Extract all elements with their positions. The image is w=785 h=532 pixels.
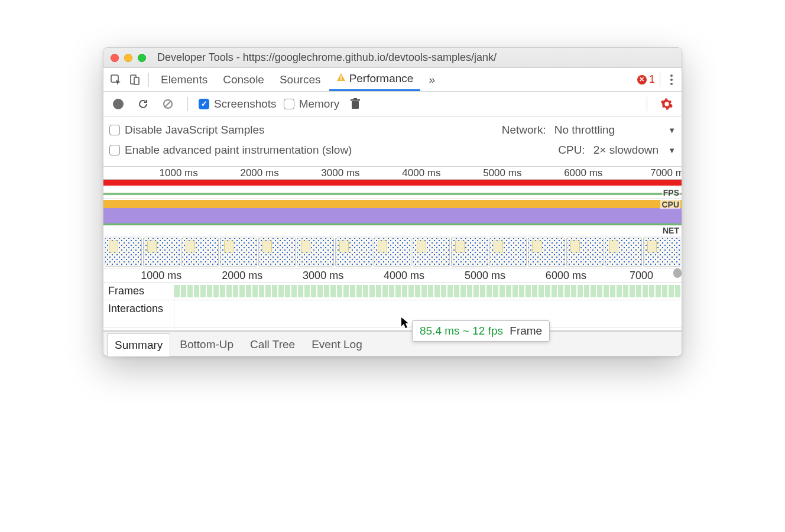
tooltip-label: Frame [510, 325, 542, 337]
flamechart-time-ruler[interactable]: 1000 ms 2000 ms 3000 ms 4000 ms 5000 ms … [103, 268, 682, 283]
tick-label: 3000 ms [303, 270, 343, 282]
minimize-window-button[interactable] [124, 54, 132, 62]
details-tabs: Summary Bottom-Up Call Tree Event Log [103, 331, 682, 356]
frames-track[interactable]: Frames [103, 283, 682, 300]
filmstrip-thumbnail[interactable] [258, 238, 296, 267]
frame-tooltip: 85.4 ms ~ 12 fps Frame [412, 320, 550, 342]
tab-performance[interactable]: Performance [329, 68, 421, 91]
close-window-button[interactable] [111, 54, 119, 62]
capture-settings: Disable JavaScript Samples Network: No t… [103, 116, 682, 167]
toggle-device-icon[interactable] [126, 71, 144, 89]
cpu-lane: CPU [103, 199, 682, 226]
tab-elements[interactable]: Elements [154, 68, 215, 91]
filmstrip-thumbnail[interactable] [528, 238, 565, 267]
checkbox-icon [109, 145, 120, 155]
filmstrip-thumbnail[interactable] [413, 238, 450, 267]
tab-label: Performance [349, 72, 414, 85]
inspect-element-icon[interactable] [107, 71, 125, 89]
track-label: Frames [103, 283, 174, 300]
fps-lane: FPS [103, 180, 682, 199]
tick-label: 5000 ms [483, 167, 521, 179]
settings-gear-icon[interactable] [658, 95, 676, 113]
tab-label: Console [223, 73, 264, 86]
filmstrip-thumbnail[interactable] [643, 238, 680, 267]
filmstrip-thumbnail[interactable] [566, 238, 604, 267]
tab-summary[interactable]: Summary [107, 333, 170, 356]
frames-bars [174, 285, 682, 297]
lane-label: CPU [660, 200, 680, 209]
screenshots-filmstrip[interactable] [103, 236, 682, 268]
checkbox-label: Memory [299, 98, 340, 111]
enable-paint-instrumentation-toggle[interactable]: Enable advanced paint instrumentation (s… [109, 144, 352, 157]
network-label: Network: [502, 124, 546, 137]
filmstrip-thumbnail[interactable] [105, 238, 142, 267]
tick-label: 2000 ms [222, 270, 262, 282]
filmstrip-thumbnail[interactable] [143, 238, 180, 267]
filmstrip-thumbnail[interactable] [489, 238, 527, 267]
svg-line-6 [165, 101, 171, 107]
overview-time-ruler[interactable]: 1000 ms 2000 ms 3000 ms 4000 ms 5000 ms … [103, 167, 682, 180]
tab-label: Call Tree [250, 338, 295, 351]
reload-button[interactable] [134, 95, 152, 113]
filmstrip-thumbnail[interactable] [374, 238, 411, 267]
scrollbar-thumb[interactable] [673, 268, 682, 278]
tab-label: Sources [280, 73, 321, 86]
tick-label: 7000 ms [630, 270, 664, 283]
tab-console[interactable]: Console [216, 68, 271, 91]
chevron-down-icon: ▼ [668, 126, 676, 135]
filmstrip-thumbnail[interactable] [181, 238, 219, 267]
checkbox-icon [109, 125, 120, 135]
interactions-track[interactable]: Interactions 85.4 ms ~ 12 fps Frame [103, 300, 682, 327]
tick-label: 3000 ms [321, 167, 359, 179]
lane-label: FPS [662, 188, 680, 197]
svg-rect-9 [353, 98, 357, 100]
window-title: Developer Tools - https://googlechrome.g… [157, 51, 497, 64]
devtools-window: Developer Tools - https://googlechrome.g… [103, 47, 682, 356]
clear-button[interactable] [159, 95, 177, 113]
memory-toggle[interactable]: Memory [284, 98, 340, 111]
tick-label: 5000 ms [465, 270, 505, 282]
filmstrip-thumbnail[interactable] [451, 238, 488, 267]
tab-label: Bottom-Up [180, 338, 233, 351]
checkbox-label: Enable advanced paint instrumentation (s… [125, 144, 352, 157]
net-lane: NET [103, 226, 682, 236]
divider [660, 73, 660, 87]
tab-more[interactable]: » [421, 68, 442, 91]
filmstrip-thumbnail[interactable] [335, 238, 372, 267]
filmstrip-thumbnail[interactable] [297, 238, 334, 267]
checkbox-icon [284, 99, 294, 109]
warning-icon [336, 72, 346, 85]
filmstrip-thumbnail[interactable] [220, 238, 257, 267]
tab-event-log[interactable]: Event Log [304, 333, 369, 356]
checkbox-label: Disable JavaScript Samples [125, 124, 265, 137]
divider [187, 97, 188, 111]
error-count[interactable]: ✕ 1 [637, 73, 655, 86]
filmstrip-thumbnail[interactable] [605, 238, 642, 267]
cpu-throttling-select[interactable]: 2× slowdown ▼ [593, 144, 676, 157]
select-value: No throttling [554, 124, 615, 137]
checkbox-label: Screenshots [214, 98, 277, 111]
screenshots-toggle[interactable]: ✓ Screenshots [199, 98, 277, 111]
tick-label: 4000 ms [402, 167, 440, 179]
cpu-label: CPU: [558, 144, 585, 157]
tab-bottom-up[interactable]: Bottom-Up [173, 333, 241, 356]
tab-call-tree[interactable]: Call Tree [243, 333, 302, 356]
performance-toolbar: ✓ Screenshots Memory [103, 92, 682, 116]
network-throttling-select[interactable]: No throttling ▼ [554, 124, 676, 137]
svg-rect-2 [134, 77, 139, 85]
tick-label: 7000 m [650, 167, 682, 179]
track-label: Interactions [103, 300, 174, 327]
tab-sources[interactable]: Sources [273, 68, 328, 91]
overview-panel[interactable]: FPS CPU NET [103, 180, 682, 268]
tick-label: 1000 ms [141, 270, 181, 282]
tick-label: 1000 ms [160, 167, 198, 179]
kebab-menu-icon[interactable] [665, 74, 678, 85]
panel-tabs: Elements Console Sources Performance » ✕… [103, 68, 682, 92]
tick-label: 6000 ms [564, 167, 602, 179]
zoom-window-button[interactable] [138, 54, 146, 62]
disable-js-samples-toggle[interactable]: Disable JavaScript Samples [109, 124, 265, 137]
tooltip-value: 85.4 ms ~ 12 fps [420, 325, 503, 337]
record-button[interactable] [109, 95, 127, 113]
trash-button[interactable] [346, 95, 364, 113]
svg-rect-4 [340, 79, 342, 80]
